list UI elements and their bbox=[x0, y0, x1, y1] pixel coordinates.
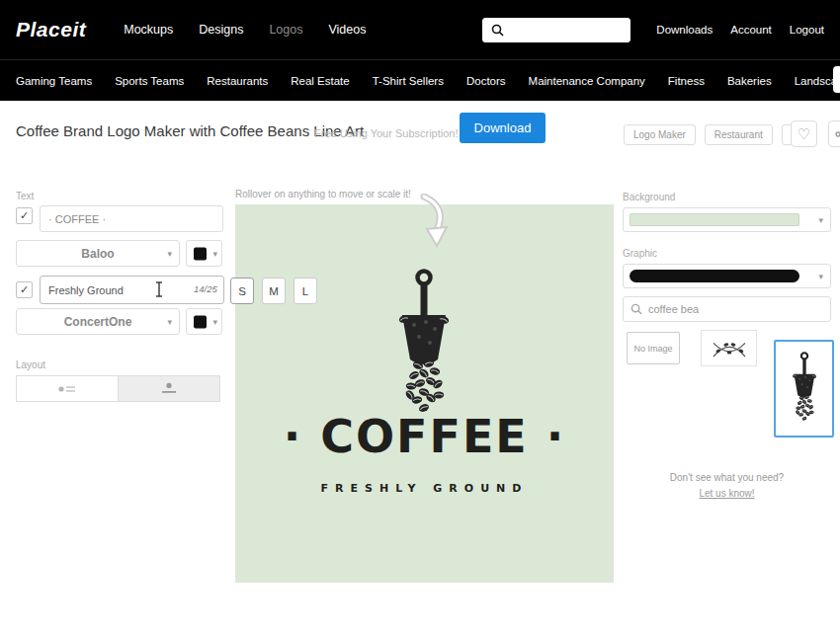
layout-option-side-button[interactable] bbox=[16, 375, 119, 402]
category-bakeries[interactable]: Bakeries bbox=[727, 75, 772, 87]
nav-account[interactable]: Account bbox=[730, 24, 772, 36]
background-color-swatch bbox=[630, 213, 799, 226]
crossed-beans-thumbnail-icon bbox=[705, 333, 754, 364]
nav-mockups[interactable]: Mockups bbox=[124, 23, 173, 37]
stage-hint-text: Rollover on anything to move or scale it… bbox=[235, 189, 411, 199]
top-navbar: Placeit Mockups Designs Logos Videos Dow… bbox=[0, 0, 840, 59]
layout-stacked-icon bbox=[161, 382, 177, 396]
category-tshirt-sellers[interactable]: T-Shirt Sellers bbox=[373, 75, 444, 87]
size-small-button[interactable]: S bbox=[230, 278, 254, 304]
category-doctors[interactable]: Doctors bbox=[466, 75, 506, 87]
placeit-logo[interactable]: Placeit bbox=[16, 18, 86, 41]
category-gaming-teams[interactable]: Gaming Teams bbox=[16, 75, 92, 87]
chevron-down-icon: ▾ bbox=[818, 272, 823, 281]
layout-side-icon bbox=[57, 383, 77, 395]
placeit-logo-maker-page: Placeit Mockups Designs Logos Videos Dow… bbox=[0, 0, 840, 637]
font2-select[interactable]: ConcertOne ▾ bbox=[16, 308, 180, 335]
next-category-button[interactable] bbox=[833, 66, 840, 93]
logo-canvas[interactable]: · COFFEE · FRESHLY GROUND bbox=[235, 204, 614, 583]
tag-restaurant[interactable]: Restaurant bbox=[705, 124, 773, 145]
chevron-down-icon: ▾ bbox=[167, 317, 172, 327]
text-section-label: Text bbox=[16, 191, 34, 201]
help-question-text: Don't see what you need? bbox=[623, 472, 831, 483]
category-real-estate[interactable]: Real Estate bbox=[291, 75, 349, 87]
font2-name: ConcertOne bbox=[64, 315, 132, 329]
chevron-down-icon: ▾ bbox=[212, 249, 217, 259]
logo-main-text[interactable]: · COFFEE · bbox=[235, 414, 614, 459]
tag-row: Logo Maker Restaurant ... bbox=[624, 124, 809, 145]
page-title: Coffee Brand Logo Maker with Coffee Bean… bbox=[16, 122, 364, 139]
graphic-section-label: Graphic bbox=[623, 248, 657, 259]
subscription-note: Free Using Your Subscription! bbox=[314, 127, 459, 139]
user-nav: Downloads Account Logout bbox=[656, 24, 824, 36]
favorite-button[interactable]: ♡ bbox=[791, 120, 817, 147]
character-counter: 14/25 bbox=[194, 283, 217, 294]
category-maintenance-company[interactable]: Maintenance Company bbox=[529, 75, 645, 87]
graphic-search-input[interactable] bbox=[648, 303, 806, 315]
text-cursor-icon bbox=[154, 281, 164, 297]
main-nav: Mockups Designs Logos Videos bbox=[124, 23, 366, 37]
layout-option-stacked-button[interactable] bbox=[118, 375, 220, 402]
text2-color-select[interactable]: ▾ bbox=[186, 308, 222, 335]
nav-logout[interactable]: Logout bbox=[790, 24, 824, 36]
category-restaurants[interactable]: Restaurants bbox=[207, 75, 268, 87]
chevron-down-icon: ▾ bbox=[212, 317, 217, 327]
text2-visibility-checkbox[interactable]: ✓ bbox=[16, 281, 33, 298]
share-icon bbox=[835, 127, 840, 141]
download-button[interactable]: Download bbox=[460, 113, 546, 143]
global-search-box[interactable] bbox=[482, 18, 630, 42]
category-bar: Gaming Teams Sports Teams Restaurants Re… bbox=[0, 59, 840, 101]
scoop-thumbnail-icon bbox=[781, 347, 828, 432]
let-us-know-link[interactable]: Let us know! bbox=[699, 488, 754, 499]
global-search-input[interactable] bbox=[511, 24, 620, 36]
category-fitness[interactable]: Fitness bbox=[668, 75, 705, 87]
tag-logo-maker[interactable]: Logo Maker bbox=[624, 124, 696, 145]
check-icon: ✓ bbox=[20, 209, 29, 222]
share-button[interactable] bbox=[828, 120, 840, 147]
background-color-select[interactable]: ▾ bbox=[623, 207, 831, 232]
chevron-down-icon: ▾ bbox=[818, 215, 823, 225]
text1-color-swatch bbox=[194, 247, 207, 260]
search-icon bbox=[630, 303, 642, 315]
nav-videos[interactable]: Videos bbox=[328, 23, 366, 37]
coffee-scoop-graphic[interactable] bbox=[369, 268, 479, 426]
graphic-option-crossed-beans[interactable] bbox=[701, 330, 757, 366]
check-icon: ✓ bbox=[20, 283, 29, 296]
graphic-color-select[interactable]: ▾ bbox=[623, 264, 831, 288]
no-image-option[interactable]: No Image bbox=[627, 332, 680, 364]
graphic-option-scoop-selected[interactable] bbox=[774, 340, 834, 438]
background-section-label: Background bbox=[623, 192, 675, 202]
logo-tagline-text[interactable]: FRESHLY GROUND bbox=[235, 482, 614, 495]
text1-visibility-checkbox[interactable]: ✓ bbox=[16, 207, 33, 224]
nav-logos[interactable]: Logos bbox=[269, 23, 302, 37]
text2-color-swatch bbox=[194, 315, 207, 328]
nav-downloads[interactable]: Downloads bbox=[656, 24, 713, 36]
search-icon bbox=[491, 24, 504, 37]
arrow-down-doodle-icon bbox=[410, 194, 454, 251]
nav-designs[interactable]: Designs bbox=[199, 23, 243, 37]
heart-icon: ♡ bbox=[798, 125, 810, 143]
graphic-color-swatch bbox=[630, 270, 799, 282]
text1-color-select[interactable]: ▾ bbox=[186, 240, 222, 267]
font1-name: Baloo bbox=[81, 247, 114, 261]
chevron-down-icon: ▾ bbox=[167, 249, 172, 259]
graphic-search-box[interactable] bbox=[623, 296, 831, 322]
font1-select[interactable]: Baloo ▾ bbox=[16, 240, 180, 267]
size-medium-button[interactable]: M bbox=[262, 278, 286, 304]
category-sports-teams[interactable]: Sports Teams bbox=[115, 75, 184, 87]
help-block: Don't see what you need? Let us know! bbox=[623, 472, 831, 501]
size-large-button[interactable]: L bbox=[294, 278, 317, 304]
layout-section-label: Layout bbox=[16, 359, 45, 370]
logo-text-input[interactable] bbox=[40, 205, 223, 232]
